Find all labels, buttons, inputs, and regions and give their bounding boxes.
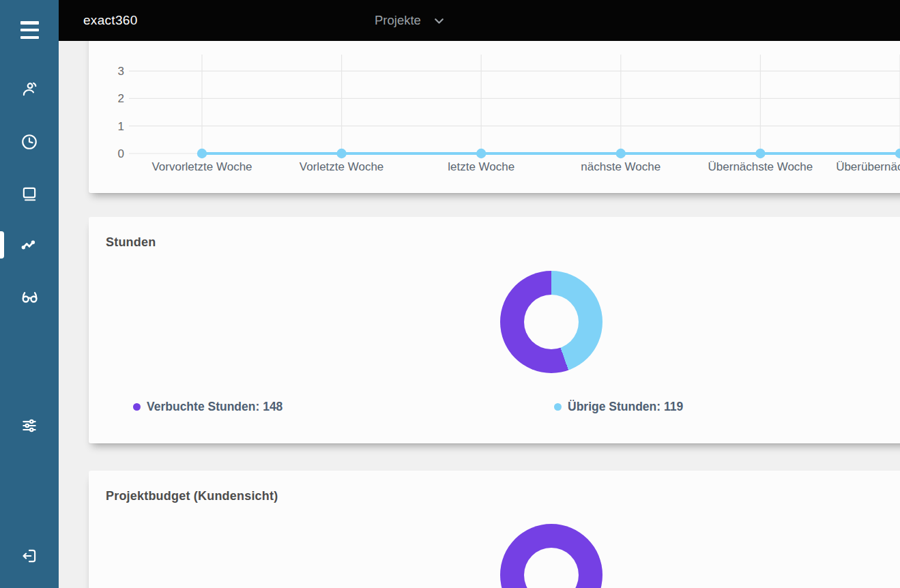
- legend-item-remaining-hours: Übrige Stunden: 119: [554, 400, 683, 414]
- svg-text:3: 3: [118, 65, 124, 78]
- svg-text:Vorvorletzte Woche: Vorvorletzte Woche: [151, 160, 252, 173]
- glasses-icon: [20, 287, 39, 306]
- budget-card: Projektbudget (Kundensicht): [89, 471, 900, 588]
- donut-hole: [524, 548, 579, 588]
- activity-icon: [20, 236, 38, 254]
- hours-card-title: Stunden: [89, 217, 900, 250]
- svg-text:Übernächste Woche: Übernächste Woche: [708, 160, 813, 173]
- svg-text:letzte Woche: letzte Woche: [448, 160, 514, 173]
- sidebar-item-time[interactable]: [0, 126, 59, 158]
- sidebar-item-users[interactable]: [0, 73, 59, 106]
- clock-icon: [20, 133, 38, 151]
- top-header: exact360 Projekte: [59, 0, 900, 41]
- sidebar-item-logout[interactable]: [0, 540, 59, 572]
- svg-text:Überübernächste Woche: Überübernächste Woche: [836, 160, 900, 173]
- sidebar-item-settings[interactable]: [0, 409, 59, 442]
- legend-dot: [133, 403, 141, 411]
- logout-icon: [20, 547, 38, 565]
- project-selector-label: Projekte: [375, 13, 421, 28]
- active-indicator: [0, 231, 4, 259]
- svg-text:nächste Woche: nächste Woche: [581, 160, 661, 173]
- sidebar-item-activity[interactable]: [0, 229, 59, 261]
- sidebar-item-projects[interactable]: [0, 177, 59, 210]
- svg-text:Vorletzte Woche: Vorletzte Woche: [300, 160, 383, 173]
- menu-icon[interactable]: [20, 21, 39, 39]
- main-content: 0123Vorvorletzte WocheVorletzte Wochelet…: [59, 41, 900, 588]
- weeks-line-chart: 0123Vorvorletzte WocheVorletzte Wochelet…: [89, 41, 900, 193]
- project-selector-dropdown[interactable]: Projekte: [375, 0, 446, 41]
- donut-hole: [524, 295, 579, 349]
- svg-text:2: 2: [118, 92, 124, 105]
- users-icon: [20, 80, 38, 98]
- book-icon: [20, 185, 38, 203]
- budget-card-title: Projektbudget (Kundensicht): [89, 471, 900, 503]
- sidebar-item-review[interactable]: [0, 280, 59, 313]
- hours-card: Stunden Verbuchte Stunden: 148 Übrige St…: [89, 217, 900, 443]
- hours-donut-chart: [500, 271, 603, 373]
- weeks-chart-card: 0123Vorvorletzte WocheVorletzte Wochelet…: [89, 41, 900, 193]
- legend-item-booked-hours: Verbuchte Stunden: 148: [133, 400, 282, 414]
- legend-label: Verbuchte Stunden: 148: [147, 400, 282, 414]
- svg-text:1: 1: [118, 120, 124, 133]
- sliders-icon: [20, 417, 38, 435]
- chevron-down-icon: [432, 14, 446, 28]
- legend-dot: [554, 403, 562, 411]
- legend-label: Übrige Stunden: 119: [568, 400, 683, 414]
- budget-donut-chart: [500, 524, 603, 588]
- svg-text:0: 0: [118, 147, 124, 160]
- app-brand: exact360: [83, 0, 138, 41]
- sidebar: [0, 0, 59, 588]
